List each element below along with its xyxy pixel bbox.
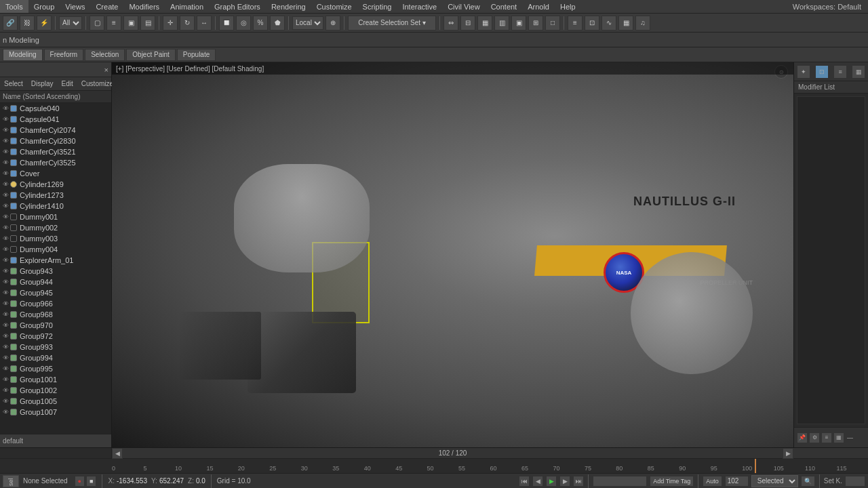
menu-customize[interactable]: Customize bbox=[311, 0, 357, 13]
menu-graph-editors[interactable]: Graph Editors bbox=[209, 0, 266, 13]
scene-tab-display[interactable]: Display bbox=[27, 77, 58, 90]
next-frame-btn[interactable]: ▶ bbox=[559, 476, 570, 487]
align-camera-btn[interactable]: ⊞ bbox=[528, 16, 543, 30]
add-time-tag-input[interactable] bbox=[593, 476, 647, 487]
eye-icon[interactable]: 👁 bbox=[3, 344, 9, 350]
eye-icon[interactable]: 👁 bbox=[3, 159, 9, 166]
play-btn[interactable]: ▶ bbox=[546, 476, 557, 487]
eye-icon[interactable]: 👁 bbox=[3, 279, 9, 285]
frame-input[interactable] bbox=[725, 476, 749, 487]
close-icon[interactable]: × bbox=[104, 66, 108, 74]
align-btn[interactable]: ⊟ bbox=[460, 16, 475, 30]
grid-icon[interactable]: ▦ bbox=[833, 432, 844, 443]
list-item[interactable]: 👁 Capsule040 bbox=[0, 103, 111, 114]
list-item[interactable]: 👁 ChamferCyl3521 bbox=[0, 146, 111, 157]
set-key-input[interactable] bbox=[845, 476, 865, 487]
menu-content[interactable]: Content bbox=[486, 0, 523, 13]
align-to-view-btn[interactable]: □ bbox=[545, 16, 560, 30]
layer-manager-btn[interactable]: ≡ bbox=[568, 16, 583, 30]
eye-icon[interactable]: 👁 bbox=[3, 376, 9, 383]
list-item[interactable]: 👁 Group1002 bbox=[0, 385, 111, 396]
list-item[interactable]: 👁 Group995 bbox=[0, 363, 111, 374]
eye-icon[interactable]: 👁 bbox=[3, 192, 9, 199]
eye-icon[interactable]: 👁 bbox=[3, 181, 9, 188]
list-item[interactable]: 👁 Group972 bbox=[0, 331, 111, 342]
bind-space-warp-btn[interactable]: ⚡ bbox=[37, 16, 52, 30]
eye-icon[interactable]: 👁 bbox=[3, 268, 9, 274]
eye-icon[interactable]: 👁 bbox=[3, 322, 9, 329]
settings-icon[interactable]: ⚙ bbox=[809, 432, 820, 443]
eye-icon[interactable]: 👁 bbox=[3, 105, 9, 112]
list-item[interactable]: 👁 Cylinder1410 bbox=[0, 201, 111, 211]
menu-tools[interactable]: Tools bbox=[0, 0, 28, 13]
record-btn[interactable]: ● bbox=[75, 476, 85, 487]
menu-scripting[interactable]: Scripting bbox=[357, 0, 397, 13]
eye-icon[interactable]: 👁 bbox=[3, 116, 9, 123]
hierarchy-panel-icon[interactable]: ≡ bbox=[833, 65, 847, 79]
select-by-name-btn[interactable]: ≡ bbox=[106, 16, 121, 30]
eye-icon[interactable]: 👁 bbox=[3, 398, 9, 405]
schematic-view-btn[interactable]: ⊡ bbox=[585, 16, 599, 30]
list-item[interactable]: 👁 Group945 bbox=[0, 287, 111, 298]
eye-icon[interactable]: 👁 bbox=[3, 235, 9, 242]
list-item[interactable]: 👁 Group1001 bbox=[0, 374, 111, 385]
menu-arnold[interactable]: Arnold bbox=[522, 0, 555, 13]
eye-icon[interactable]: 👁 bbox=[3, 127, 9, 134]
timeline-prev-btn[interactable]: ◀ bbox=[112, 448, 123, 459]
list-item[interactable]: 👁 ChamferCyl3525 bbox=[0, 157, 111, 168]
filter-select[interactable]: All bbox=[59, 16, 82, 30]
mirror-btn[interactable]: ⇔ bbox=[443, 16, 458, 30]
eye-icon[interactable]: 👁 bbox=[3, 409, 9, 415]
prev-frame-btn[interactable]: ◀ bbox=[532, 476, 543, 487]
eye-icon[interactable]: 👁 bbox=[3, 257, 9, 264]
menu-modifiers[interactable]: Modifiers bbox=[123, 0, 165, 13]
curve-editor-btn[interactable]: ∿ bbox=[601, 16, 616, 30]
tab-modeling[interactable]: Modeling bbox=[3, 49, 43, 61]
spinner-snap-btn[interactable]: ⬟ bbox=[270, 16, 285, 30]
list-item[interactable]: 👁 Dummy003 bbox=[0, 233, 111, 244]
tab-freeform[interactable]: Freeform bbox=[44, 49, 84, 61]
list-item[interactable]: 👁 Group1007 bbox=[0, 407, 111, 418]
tab-populate[interactable]: Populate bbox=[177, 49, 216, 61]
eye-icon[interactable]: 👁 bbox=[3, 203, 9, 209]
eye-icon[interactable]: 👁 bbox=[3, 365, 9, 372]
list-item[interactable]: 👁 ExplorerArm_01 bbox=[0, 255, 111, 266]
motion-panel-icon[interactable]: ▦ bbox=[852, 65, 865, 79]
window-crossing-btn[interactable]: ▤ bbox=[140, 16, 155, 30]
use-pivot-btn[interactable]: ⊕ bbox=[326, 16, 340, 30]
scene-tab-select[interactable]: Select bbox=[0, 77, 27, 90]
motion-mixer-btn[interactable]: ♫ bbox=[635, 16, 650, 30]
go-to-start-btn[interactable]: ⏮ bbox=[519, 476, 530, 487]
menu-interactive[interactable]: Interactive bbox=[397, 0, 442, 13]
eye-icon[interactable]: 👁 bbox=[3, 354, 9, 361]
move-btn[interactable]: ✛ bbox=[163, 16, 178, 30]
eye-icon[interactable]: 👁 bbox=[3, 214, 9, 220]
list-item[interactable]: 👁 Group970 bbox=[0, 320, 111, 331]
align-view-btn[interactable]: ▦ bbox=[477, 16, 492, 30]
list-item[interactable]: 👁 Group994 bbox=[0, 352, 111, 363]
list-item[interactable]: 👁 Group993 bbox=[0, 342, 111, 352]
eye-icon[interactable]: 👁 bbox=[3, 170, 9, 177]
unlink-btn[interactable]: ⛓ bbox=[20, 16, 35, 30]
tab-selection[interactable]: Selection bbox=[85, 49, 125, 61]
list-item[interactable]: 👁 Dummy004 bbox=[0, 244, 111, 255]
eye-icon[interactable]: 👁 bbox=[3, 148, 9, 155]
timeline-ruler[interactable]: 0510152025303540455055606570758085909510… bbox=[0, 459, 868, 473]
list-icon[interactable]: ≡ bbox=[821, 432, 832, 443]
list-item[interactable]: 👁 Group1005 bbox=[0, 396, 111, 407]
list-item[interactable]: 👁 ChamferCyl2830 bbox=[0, 136, 111, 146]
eye-icon[interactable]: 👁 bbox=[3, 138, 9, 144]
scene-tab-edit[interactable]: Edit bbox=[58, 77, 77, 90]
place-high-btn[interactable]: ▣ bbox=[511, 16, 526, 30]
list-item[interactable]: 👁 Group968 bbox=[0, 309, 111, 320]
list-item[interactable]: 👁 Group966 bbox=[0, 298, 111, 309]
create-selection-btn[interactable]: Create Selection Set ▾ bbox=[348, 16, 436, 30]
menu-group[interactable]: Group bbox=[28, 0, 60, 13]
create-panel-icon[interactable]: ✦ bbox=[797, 65, 810, 79]
menu-animation[interactable]: Animation bbox=[165, 0, 209, 13]
eye-icon[interactable]: 👁 bbox=[3, 387, 9, 394]
menu-views[interactable]: Views bbox=[60, 0, 90, 13]
select-btn[interactable]: ▢ bbox=[90, 16, 104, 30]
list-item[interactable]: 👁 Cylinder1269 bbox=[0, 179, 111, 190]
list-item[interactable]: 👁 Dummy002 bbox=[0, 222, 111, 233]
